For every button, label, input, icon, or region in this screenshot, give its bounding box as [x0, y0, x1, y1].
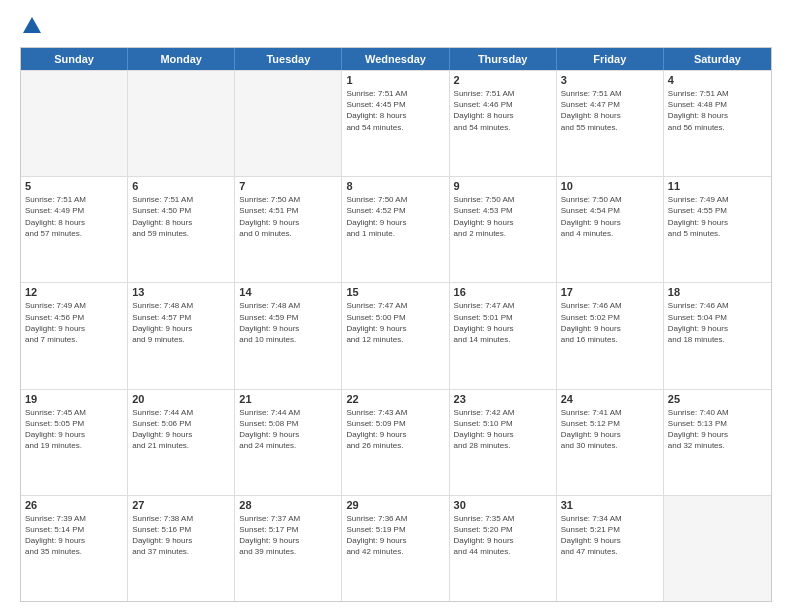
day-cell-1: 1Sunrise: 7:51 AM Sunset: 4:45 PM Daylig… — [342, 71, 449, 176]
empty-cell — [128, 71, 235, 176]
day-cell-19: 19Sunrise: 7:45 AM Sunset: 5:05 PM Dayli… — [21, 390, 128, 495]
week-row-4: 19Sunrise: 7:45 AM Sunset: 5:05 PM Dayli… — [21, 389, 771, 495]
day-cell-8: 8Sunrise: 7:50 AM Sunset: 4:52 PM Daylig… — [342, 177, 449, 282]
day-number: 21 — [239, 393, 337, 405]
day-number: 23 — [454, 393, 552, 405]
day-cell-13: 13Sunrise: 7:48 AM Sunset: 4:57 PM Dayli… — [128, 283, 235, 388]
day-cell-4: 4Sunrise: 7:51 AM Sunset: 4:48 PM Daylig… — [664, 71, 771, 176]
cell-info: Sunrise: 7:42 AM Sunset: 5:10 PM Dayligh… — [454, 407, 552, 452]
day-cell-21: 21Sunrise: 7:44 AM Sunset: 5:08 PM Dayli… — [235, 390, 342, 495]
cell-info: Sunrise: 7:50 AM Sunset: 4:51 PM Dayligh… — [239, 194, 337, 239]
day-cell-26: 26Sunrise: 7:39 AM Sunset: 5:14 PM Dayli… — [21, 496, 128, 601]
empty-cell — [664, 496, 771, 601]
cell-info: Sunrise: 7:47 AM Sunset: 5:00 PM Dayligh… — [346, 300, 444, 345]
cell-info: Sunrise: 7:46 AM Sunset: 5:04 PM Dayligh… — [668, 300, 767, 345]
day-number: 9 — [454, 180, 552, 192]
day-number: 27 — [132, 499, 230, 511]
day-cell-12: 12Sunrise: 7:49 AM Sunset: 4:56 PM Dayli… — [21, 283, 128, 388]
cell-info: Sunrise: 7:48 AM Sunset: 4:59 PM Dayligh… — [239, 300, 337, 345]
calendar: SundayMondayTuesdayWednesdayThursdayFrid… — [20, 47, 772, 602]
day-header-wednesday: Wednesday — [342, 48, 449, 70]
day-number: 30 — [454, 499, 552, 511]
day-header-tuesday: Tuesday — [235, 48, 342, 70]
svg-marker-0 — [23, 17, 41, 33]
day-number: 31 — [561, 499, 659, 511]
day-number: 26 — [25, 499, 123, 511]
day-number: 18 — [668, 286, 767, 298]
cell-info: Sunrise: 7:51 AM Sunset: 4:49 PM Dayligh… — [25, 194, 123, 239]
day-number: 14 — [239, 286, 337, 298]
day-cell-7: 7Sunrise: 7:50 AM Sunset: 4:51 PM Daylig… — [235, 177, 342, 282]
day-number: 13 — [132, 286, 230, 298]
day-cell-24: 24Sunrise: 7:41 AM Sunset: 5:12 PM Dayli… — [557, 390, 664, 495]
day-cell-18: 18Sunrise: 7:46 AM Sunset: 5:04 PM Dayli… — [664, 283, 771, 388]
day-header-thursday: Thursday — [450, 48, 557, 70]
cell-info: Sunrise: 7:48 AM Sunset: 4:57 PM Dayligh… — [132, 300, 230, 345]
cell-info: Sunrise: 7:35 AM Sunset: 5:20 PM Dayligh… — [454, 513, 552, 558]
day-number: 16 — [454, 286, 552, 298]
logo — [20, 15, 44, 37]
calendar-body: 1Sunrise: 7:51 AM Sunset: 4:45 PM Daylig… — [21, 70, 771, 601]
cell-info: Sunrise: 7:45 AM Sunset: 5:05 PM Dayligh… — [25, 407, 123, 452]
day-number: 8 — [346, 180, 444, 192]
day-cell-16: 16Sunrise: 7:47 AM Sunset: 5:01 PM Dayli… — [450, 283, 557, 388]
cell-info: Sunrise: 7:51 AM Sunset: 4:47 PM Dayligh… — [561, 88, 659, 133]
cell-info: Sunrise: 7:43 AM Sunset: 5:09 PM Dayligh… — [346, 407, 444, 452]
cell-info: Sunrise: 7:51 AM Sunset: 4:46 PM Dayligh… — [454, 88, 552, 133]
cell-info: Sunrise: 7:49 AM Sunset: 4:56 PM Dayligh… — [25, 300, 123, 345]
day-cell-27: 27Sunrise: 7:38 AM Sunset: 5:16 PM Dayli… — [128, 496, 235, 601]
day-cell-11: 11Sunrise: 7:49 AM Sunset: 4:55 PM Dayli… — [664, 177, 771, 282]
day-number: 29 — [346, 499, 444, 511]
day-cell-10: 10Sunrise: 7:50 AM Sunset: 4:54 PM Dayli… — [557, 177, 664, 282]
cell-info: Sunrise: 7:44 AM Sunset: 5:08 PM Dayligh… — [239, 407, 337, 452]
day-cell-14: 14Sunrise: 7:48 AM Sunset: 4:59 PM Dayli… — [235, 283, 342, 388]
day-number: 2 — [454, 74, 552, 86]
cell-info: Sunrise: 7:50 AM Sunset: 4:52 PM Dayligh… — [346, 194, 444, 239]
day-cell-15: 15Sunrise: 7:47 AM Sunset: 5:00 PM Dayli… — [342, 283, 449, 388]
day-number: 7 — [239, 180, 337, 192]
cell-info: Sunrise: 7:47 AM Sunset: 5:01 PM Dayligh… — [454, 300, 552, 345]
day-header-friday: Friday — [557, 48, 664, 70]
week-row-1: 1Sunrise: 7:51 AM Sunset: 4:45 PM Daylig… — [21, 70, 771, 176]
day-number: 12 — [25, 286, 123, 298]
header — [20, 15, 772, 37]
day-number: 19 — [25, 393, 123, 405]
empty-cell — [235, 71, 342, 176]
day-cell-28: 28Sunrise: 7:37 AM Sunset: 5:17 PM Dayli… — [235, 496, 342, 601]
day-number: 5 — [25, 180, 123, 192]
page: SundayMondayTuesdayWednesdayThursdayFrid… — [0, 0, 792, 612]
day-cell-9: 9Sunrise: 7:50 AM Sunset: 4:53 PM Daylig… — [450, 177, 557, 282]
day-cell-23: 23Sunrise: 7:42 AM Sunset: 5:10 PM Dayli… — [450, 390, 557, 495]
week-row-2: 5Sunrise: 7:51 AM Sunset: 4:49 PM Daylig… — [21, 176, 771, 282]
day-number: 20 — [132, 393, 230, 405]
cell-info: Sunrise: 7:38 AM Sunset: 5:16 PM Dayligh… — [132, 513, 230, 558]
cell-info: Sunrise: 7:51 AM Sunset: 4:45 PM Dayligh… — [346, 88, 444, 133]
day-cell-3: 3Sunrise: 7:51 AM Sunset: 4:47 PM Daylig… — [557, 71, 664, 176]
day-header-saturday: Saturday — [664, 48, 771, 70]
cell-info: Sunrise: 7:51 AM Sunset: 4:50 PM Dayligh… — [132, 194, 230, 239]
cell-info: Sunrise: 7:40 AM Sunset: 5:13 PM Dayligh… — [668, 407, 767, 452]
cell-info: Sunrise: 7:34 AM Sunset: 5:21 PM Dayligh… — [561, 513, 659, 558]
day-cell-31: 31Sunrise: 7:34 AM Sunset: 5:21 PM Dayli… — [557, 496, 664, 601]
cell-info: Sunrise: 7:37 AM Sunset: 5:17 PM Dayligh… — [239, 513, 337, 558]
day-cell-20: 20Sunrise: 7:44 AM Sunset: 5:06 PM Dayli… — [128, 390, 235, 495]
cell-info: Sunrise: 7:39 AM Sunset: 5:14 PM Dayligh… — [25, 513, 123, 558]
week-row-3: 12Sunrise: 7:49 AM Sunset: 4:56 PM Dayli… — [21, 282, 771, 388]
cell-info: Sunrise: 7:46 AM Sunset: 5:02 PM Dayligh… — [561, 300, 659, 345]
day-number: 1 — [346, 74, 444, 86]
day-number: 25 — [668, 393, 767, 405]
day-cell-22: 22Sunrise: 7:43 AM Sunset: 5:09 PM Dayli… — [342, 390, 449, 495]
day-cell-17: 17Sunrise: 7:46 AM Sunset: 5:02 PM Dayli… — [557, 283, 664, 388]
logo-icon — [21, 15, 43, 37]
cell-info: Sunrise: 7:44 AM Sunset: 5:06 PM Dayligh… — [132, 407, 230, 452]
day-cell-5: 5Sunrise: 7:51 AM Sunset: 4:49 PM Daylig… — [21, 177, 128, 282]
calendar-header: SundayMondayTuesdayWednesdayThursdayFrid… — [21, 48, 771, 70]
cell-info: Sunrise: 7:50 AM Sunset: 4:53 PM Dayligh… — [454, 194, 552, 239]
day-number: 15 — [346, 286, 444, 298]
week-row-5: 26Sunrise: 7:39 AM Sunset: 5:14 PM Dayli… — [21, 495, 771, 601]
empty-cell — [21, 71, 128, 176]
day-number: 28 — [239, 499, 337, 511]
cell-info: Sunrise: 7:49 AM Sunset: 4:55 PM Dayligh… — [668, 194, 767, 239]
day-cell-6: 6Sunrise: 7:51 AM Sunset: 4:50 PM Daylig… — [128, 177, 235, 282]
day-number: 3 — [561, 74, 659, 86]
